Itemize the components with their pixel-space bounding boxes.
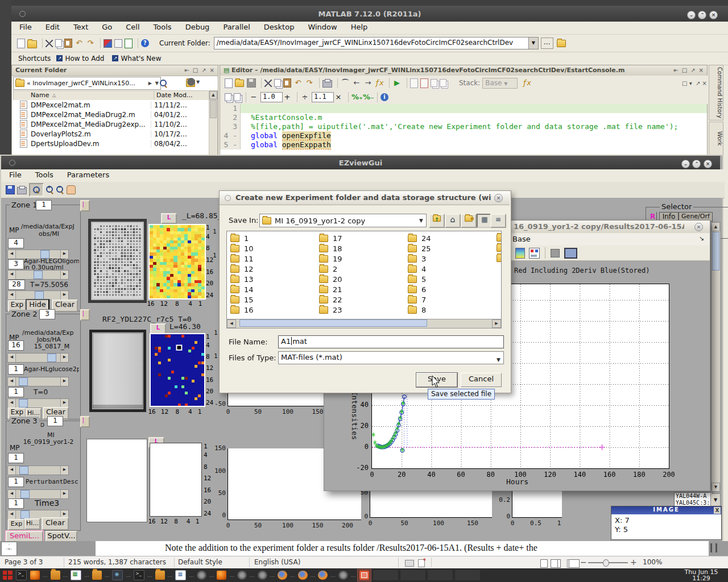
files-active-taskbar-item[interactable] — [357, 569, 371, 581]
cancel-button[interactable]: Cancel — [461, 373, 502, 387]
ezviewgui-menu-tools[interactable]: Tools — [35, 171, 53, 179]
list-view-button[interactable]: ≡ — [490, 214, 506, 228]
matlab-menu-edit[interactable]: Edit — [46, 23, 60, 31]
zoom-slider-thumb[interactable] — [603, 559, 609, 567]
home-button[interactable]: ⌂ — [445, 214, 461, 228]
zone1-detach-button[interactable]: ▏ — [80, 200, 90, 211]
zone1-mp-field[interactable]: 4 — [8, 238, 24, 248]
firefox-taskbar-item[interactable] — [316, 569, 329, 581]
page-count[interactable]: Page 3 of 3 — [5, 558, 43, 566]
pan-hand-icon[interactable] — [67, 185, 76, 194]
print-figure-icon[interactable] — [17, 187, 27, 194]
code-line[interactable]: 3%[file,path] = uiputfile('.mat','Create… — [220, 122, 707, 131]
info-icon[interactable]: i — [380, 93, 388, 101]
file-row[interactable]: DoverlayPlots2.m10/17/2... — [13, 129, 209, 139]
hscrollbar-thumb[interactable] — [239, 319, 427, 327]
editor-subwindow-controls[interactable]: □ ▾ ↗ × — [682, 80, 707, 86]
shortcut-how-to-add[interactable]: How to Add — [65, 55, 104, 63]
folder-item[interactable]: 18 — [319, 244, 342, 253]
stack-dropdown[interactable]: Base ▼ — [482, 78, 518, 89]
simulink-icon[interactable] — [104, 39, 112, 48]
zone2-plate-image[interactable] — [89, 330, 146, 412]
profiler-icon[interactable] — [125, 39, 133, 48]
folder-up-icon[interactable] — [557, 40, 566, 47]
zone1-media-field[interactable]: 3 — [8, 259, 24, 269]
gene-list-item[interactable]: YAL044W-A — [676, 493, 712, 500]
matlab-menu-text[interactable]: Text — [73, 23, 88, 31]
matlab-taskbar-item[interactable] — [28, 569, 42, 581]
save-icon[interactable] — [247, 78, 256, 88]
back-icon[interactable]: ← — [352, 78, 361, 88]
folder-item[interactable]: 8 — [408, 306, 426, 314]
matlab-menu-desktop[interactable]: Desktop — [264, 23, 295, 31]
close-file-icon[interactable] — [420, 78, 428, 88]
zone3-perturbant-field[interactable]: 1 — [8, 477, 24, 487]
language-selector[interactable]: English (USA) — [254, 558, 300, 566]
zone1-heatmap[interactable] — [148, 224, 206, 300]
percent-add-icon[interactable]: %₊ — [351, 93, 361, 102]
zone2-index-field[interactable]: 3 — [39, 309, 55, 319]
run-icon[interactable]: ▶ — [392, 78, 402, 88]
address-dropdown-icon[interactable]: ▼ — [155, 81, 159, 86]
breadcrumb-expand-icon[interactable]: ▶ — [148, 81, 152, 86]
code-line[interactable]: 5 -global openExppath — [220, 140, 707, 149]
ezviewgui-menu-parameters[interactable]: Parameters — [67, 171, 109, 179]
monitor-icon[interactable] — [564, 248, 577, 259]
undo-icon[interactable]: ↶ — [75, 39, 84, 48]
up-one-level-button[interactable]: ↑ — [429, 214, 445, 228]
folder-item[interactable]: 21 — [319, 285, 342, 294]
folder-item[interactable]: 20 — [319, 275, 342, 284]
current-folder-path-input[interactable]: /media/data/EASY/InovImager_jwrCF_WINLin… — [214, 37, 529, 49]
fx-icon[interactable]: ƒx — [522, 78, 531, 88]
cut-icon[interactable] — [264, 80, 272, 87]
minimize-icon[interactable]: ⌄ — [681, 160, 690, 168]
grid-taskbar-item[interactable] — [1, 569, 14, 581]
empty-taskbar-slot[interactable] — [373, 569, 399, 581]
image-window-titlebar[interactable]: IMAGE X — [611, 506, 721, 514]
folder-item[interactable]: 19 — [319, 255, 342, 263]
panel-maximize-icon[interactable]: □ — [193, 65, 198, 76]
compare-icon[interactable] — [410, 78, 418, 88]
folder-item[interactable]: 17 — [319, 234, 342, 243]
file-list-scrollbar[interactable]: ▲ — [209, 90, 218, 155]
panel-maximize-icon[interactable]: □ — [682, 65, 687, 76]
folder-item[interactable]: 24 — [408, 234, 431, 243]
document-page[interactable]: Note the addition to the experiment fold… — [96, 541, 709, 556]
browse-folder-button[interactable]: … — [541, 38, 553, 49]
folder-item[interactable]: 7 — [408, 296, 426, 304]
results-scrollbar[interactable]: ▲ ▼ — [711, 222, 721, 492]
folder-taskbar-item[interactable] — [90, 569, 104, 581]
maximize-icon[interactable]: ⌃ — [692, 160, 701, 168]
subplot-grid-icon[interactable] — [529, 248, 540, 259]
folder-taskbar-item[interactable] — [49, 569, 62, 581]
tab-workspace[interactable]: Work — [709, 122, 723, 156]
selection-mode-icon[interactable] — [405, 560, 414, 567]
folder-item[interactable]: 16 — [230, 306, 254, 314]
gray-tool-icon[interactable] — [551, 249, 560, 257]
zone3-time-field[interactable]: 1 — [8, 498, 24, 509]
zone2-detach-button[interactable]: ▏ — [80, 309, 90, 321]
close-icon[interactable]: × — [694, 223, 703, 231]
current-folder-panel-header[interactable]: Current Folder × ↗ □ ⇤ — [12, 65, 218, 76]
zone3-detach-button[interactable]: ▏ — [80, 416, 90, 427]
new-folder-button[interactable]: ✱ — [461, 214, 477, 228]
multi-page-view-icon[interactable] — [551, 559, 558, 568]
zoom-in-icon[interactable]: + — [46, 186, 54, 194]
viewer-taskbar-item[interactable] — [235, 569, 249, 581]
empty-taskbar-slot[interactable] — [454, 569, 481, 581]
editor-panel-header[interactable]: ▤ Editor – /media/data/EASY/InovImager_j… — [220, 65, 707, 76]
scroll-down-icon[interactable]: ▼ — [712, 483, 720, 492]
folder-item[interactable]: 14 — [230, 285, 254, 294]
matlab-menu-help[interactable]: Help — [351, 23, 368, 31]
viewer-taskbar-item[interactable] — [337, 569, 350, 581]
folder-item[interactable]: 25 — [408, 244, 431, 253]
save-in-dropdown[interactable]: MI 16_0919_yor1-2 copy ▼ — [259, 214, 427, 227]
matlab-menu-go[interactable]: Go — [102, 23, 112, 31]
folder-item[interactable]: 15 — [230, 296, 254, 304]
print-icon[interactable] — [322, 80, 332, 88]
folder-list-hscrollbar[interactable]: ◀ ▶ — [226, 319, 502, 329]
empty-taskbar-slot[interactable] — [427, 569, 453, 581]
panel-close-icon[interactable]: × — [699, 65, 704, 76]
folder-item[interactable]: 23 — [319, 306, 342, 314]
ezviewgui-titlebar[interactable]: EZviewGui ⌄ ⌃ × — [1, 156, 720, 169]
